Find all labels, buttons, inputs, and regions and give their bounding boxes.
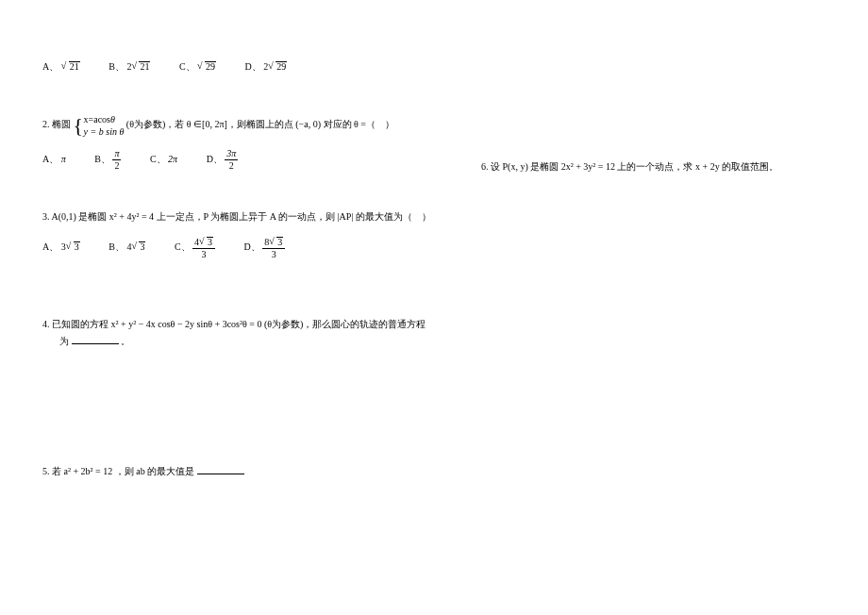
option-b: B、 43: [108, 239, 145, 256]
label: D、: [207, 154, 223, 164]
option-c: C、 2π: [150, 151, 177, 168]
q4-line1: 4. 已知圆的方程 x² + y² − 4x cosθ − 2y sinθ + …: [42, 316, 826, 333]
label: A、: [42, 154, 58, 164]
sqrt-value: 3: [74, 241, 80, 252]
fill-blank: [197, 464, 244, 474]
problem-1-options: A、 21 B、 221 C、 29 D、 229: [42, 58, 826, 75]
option-a: A、 33: [42, 239, 80, 256]
sqrt-value: 29: [205, 61, 216, 72]
num: 3π: [225, 149, 238, 160]
value: π: [61, 154, 66, 164]
q6-text: 6. 设 P(x, y) 是椭圆 2x² + 3y² = 12 上的一个动点，求…: [481, 161, 778, 172]
option-a: A、 21: [42, 58, 80, 75]
label: B、: [108, 61, 125, 72]
case1: x=acos: [84, 114, 110, 125]
option-c: C、 433: [175, 237, 215, 259]
label: B、: [94, 154, 110, 164]
q5-text: 5. 若 a² + 2b² = 12 ，则 ab 的最大值是: [42, 466, 194, 476]
case2: y = b sin θ: [84, 126, 125, 137]
den: 2: [225, 160, 238, 171]
problem-3: 3. A(0,1) 是椭圆 x² + 4y² = 4 上一定点，P 为椭圆上异于…: [42, 208, 826, 259]
problem-4: 4. 已知圆的方程 x² + y² − 4x cosθ − 2y sinθ + …: [42, 316, 826, 350]
label: A、: [42, 241, 58, 252]
option-d: D、 833: [244, 237, 286, 259]
option-b: B、 221: [108, 58, 150, 75]
q3-text: 3. A(0,1) 是椭圆 x² + 4y² = 4 上一定点，P 为椭圆上异于…: [42, 208, 826, 225]
value: 2π: [168, 154, 177, 164]
option-c: C、 29: [179, 58, 216, 75]
label: C、: [179, 61, 195, 72]
option-d: D、 229: [245, 58, 288, 75]
q4-line2: 为: [59, 336, 69, 346]
sqrt-value: 29: [275, 61, 287, 72]
problem-6: 6. 设 P(x, y) 是椭圆 2x² + 3y² = 12 上的一个动点，求…: [481, 160, 778, 174]
label: C、: [175, 241, 191, 252]
label: A、: [42, 61, 58, 72]
option-d: D、 3π2: [207, 149, 239, 171]
label: C、: [150, 154, 166, 164]
q2-mid: (θ为参数)，若 θ ∈[0, 2π]，则椭圆上的点 (−a, 0) 对应的 θ…: [126, 119, 394, 129]
label: B、: [108, 241, 125, 252]
label: D、: [245, 61, 261, 72]
cases: x=acosθ y = b sin θ: [84, 113, 125, 138]
den: 3: [192, 249, 215, 259]
q2-prefix: 2. 椭圆: [42, 119, 71, 129]
option-b: B、 π2: [94, 149, 121, 171]
fill-blank: [72, 334, 119, 344]
num: π: [112, 149, 121, 160]
num: 43: [192, 237, 215, 249]
num: 83: [262, 237, 285, 249]
sqrt-value: 21: [69, 61, 80, 72]
sqrt-value: 21: [139, 61, 150, 72]
problem-5: 5. 若 a² + 2b² = 12 ，则 ab 的最大值是: [42, 463, 826, 480]
sqrt-value: 3: [139, 241, 145, 252]
den: 2: [112, 160, 121, 171]
option-a: A、 π: [42, 151, 66, 168]
q4-period: 。: [121, 336, 130, 346]
theta: θ: [110, 114, 115, 125]
den: 3: [262, 249, 285, 259]
brace-icon: {: [74, 115, 84, 136]
label: D、: [244, 241, 260, 252]
